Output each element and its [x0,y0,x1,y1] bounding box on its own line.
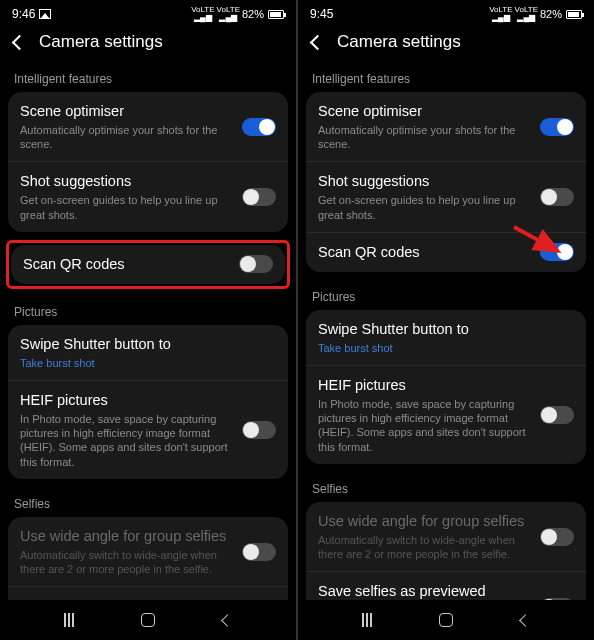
battery-icon [268,10,284,19]
section-selfies: Selfies [8,489,288,517]
row-sub: Automatically switch to wide-angle when … [20,548,232,577]
phone-right: 9:45 VoLTE▂▄▆ VoLTE▂▄▆ 82% Camera settin… [298,0,594,640]
page-title: Camera settings [337,32,461,52]
toggle-scan-qr[interactable] [540,243,574,261]
header: Camera settings [0,24,296,64]
row-swipe-shutter[interactable]: Swipe Shutter button to Take burst shot [306,310,586,365]
section-pictures: Pictures [8,297,288,325]
pictures-card: Swipe Shutter button to Take burst shot … [306,310,586,464]
clock: 9:45 [310,7,333,21]
settings-scroll[interactable]: Intelligent features Scene optimiser Aut… [0,64,296,600]
row-title: Save selfies as previewed [318,582,530,600]
status-bar: 9:46 VoLTE▂▄▆ VoLTE▂▄▆ 82% [0,0,296,24]
navbar [298,600,594,640]
row-title: HEIF pictures [318,376,530,395]
intelligent-card: Scene optimiser Automatically optimise y… [306,92,586,272]
row-scene-optimiser[interactable]: Scene optimiser Automatically optimise y… [306,92,586,161]
toggle-heif[interactable] [540,406,574,424]
toggle-scene-optimiser[interactable] [540,118,574,136]
row-sub: Automatically optimise your shots for th… [20,123,232,152]
toggle-save-selfies[interactable] [540,598,574,600]
header: Camera settings [298,24,594,64]
row-scan-qr[interactable]: Scan QR codes [11,245,285,284]
row-sub: Take burst shot [20,356,276,370]
row-title: Swipe Shutter button to [318,320,574,339]
row-sub: Get on-screen guides to help you line up… [318,193,530,222]
navbar [0,600,296,640]
row-shot-suggestions[interactable]: Shot suggestions Get on-screen guides to… [8,161,288,231]
nav-back-icon[interactable] [519,614,532,627]
row-sub: Automatically optimise your shots for th… [318,123,530,152]
selfies-card: Use wide angle for group selfies Automat… [8,517,288,600]
screenshot-icon [39,9,51,19]
row-sub: Get on-screen guides to help you line up… [20,193,232,222]
clock: 9:46 [12,7,35,21]
row-swipe-shutter[interactable]: Swipe Shutter button to Take burst shot [8,325,288,380]
back-icon[interactable] [310,34,326,50]
row-title: HEIF pictures [20,391,232,410]
row-title: Shot suggestions [20,172,232,191]
status-bar: 9:45 VoLTE▂▄▆ VoLTE▂▄▆ 82% [298,0,594,24]
network-icon: VoLTE▂▄▆ [489,6,512,22]
row-title: Scan QR codes [23,255,229,274]
section-selfies: Selfies [306,474,586,502]
network-icon: VoLTE▂▄▆ [191,6,214,22]
row-sub: Take burst shot [318,341,574,355]
row-title: Swipe Shutter button to [20,335,276,354]
page-title: Camera settings [39,32,163,52]
network-icon-2: VoLTE▂▄▆ [515,6,538,22]
nav-back-icon[interactable] [221,614,234,627]
phone-left: 9:46 VoLTE▂▄▆ VoLTE▂▄▆ 82% Camera settin… [0,0,296,640]
highlight-scan-qr: Scan QR codes [6,240,290,289]
selfies-card: Use wide angle for group selfies Automat… [306,502,586,600]
settings-scroll[interactable]: Intelligent features Scene optimiser Aut… [298,64,594,600]
row-title: Scene optimiser [318,102,530,121]
toggle-wide-angle[interactable] [242,543,276,561]
nav-home-icon[interactable] [439,613,453,627]
row-scan-qr[interactable]: Scan QR codes [306,232,586,272]
toggle-wide-angle[interactable] [540,528,574,546]
pictures-card: Swipe Shutter button to Take burst shot … [8,325,288,479]
toggle-shot-suggestions[interactable] [242,188,276,206]
toggle-heif[interactable] [242,421,276,439]
nav-recents-icon[interactable] [64,613,74,627]
toggle-scan-qr[interactable] [239,255,273,273]
row-wide-angle[interactable]: Use wide angle for group selfies Automat… [8,517,288,586]
battery-icon [566,10,582,19]
battery-percent: 82% [242,8,264,20]
row-sub: In Photo mode, save space by capturing p… [20,412,232,469]
network-icon-2: VoLTE▂▄▆ [217,6,240,22]
row-title: Scan QR codes [318,243,530,262]
intelligent-card: Scene optimiser Automatically optimise y… [8,92,288,232]
nav-recents-icon[interactable] [362,613,372,627]
row-save-selfies[interactable]: Save selfies as previewed Save selfies a… [8,586,288,600]
section-intelligent: Intelligent features [306,64,586,92]
row-heif[interactable]: HEIF pictures In Photo mode, save space … [306,365,586,464]
back-icon[interactable] [12,34,28,50]
nav-home-icon[interactable] [141,613,155,627]
row-title: Use wide angle for group selfies [318,512,530,531]
toggle-scene-optimiser[interactable] [242,118,276,136]
row-title: Scene optimiser [20,102,232,121]
section-pictures: Pictures [306,282,586,310]
row-wide-angle[interactable]: Use wide angle for group selfies Automat… [306,502,586,571]
row-sub: In Photo mode, save space by capturing p… [318,397,530,454]
section-intelligent: Intelligent features [8,64,288,92]
toggle-shot-suggestions[interactable] [540,188,574,206]
row-title: Shot suggestions [318,172,530,191]
row-scene-optimiser[interactable]: Scene optimiser Automatically optimise y… [8,92,288,161]
row-title: Use wide angle for group selfies [20,527,232,546]
row-heif[interactable]: HEIF pictures In Photo mode, save space … [8,380,288,479]
row-save-selfies[interactable]: Save selfies as previewed Save selfies a… [306,571,586,600]
row-sub: Automatically switch to wide-angle when … [318,533,530,562]
battery-percent: 82% [540,8,562,20]
row-shot-suggestions[interactable]: Shot suggestions Get on-screen guides to… [306,161,586,231]
